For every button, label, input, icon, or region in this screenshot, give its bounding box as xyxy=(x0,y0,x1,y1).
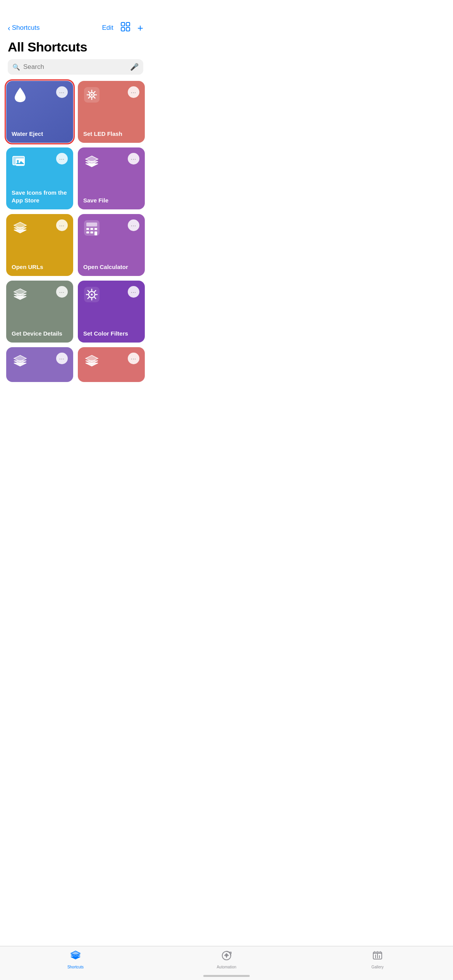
shortcuts-grid: ··· Water Eject xyxy=(0,81,151,388)
partial-left-more-button[interactable]: ··· xyxy=(56,353,68,364)
partial-right-more-button[interactable]: ··· xyxy=(128,353,139,364)
svg-marker-35 xyxy=(86,363,98,366)
svg-rect-22 xyxy=(91,231,93,233)
svg-rect-2 xyxy=(121,27,125,31)
save-file-more-button[interactable]: ··· xyxy=(128,153,139,164)
svg-rect-3 xyxy=(126,27,130,31)
card-top: ··· xyxy=(83,286,139,303)
save-file-label: Save File xyxy=(83,195,139,204)
svg-rect-19 xyxy=(91,228,93,230)
svg-point-29 xyxy=(91,294,93,296)
svg-rect-0 xyxy=(121,22,125,26)
status-bar xyxy=(0,0,151,19)
open-urls-icon xyxy=(12,219,29,236)
save-icons-label: Save Icons from the App Store xyxy=(12,187,68,204)
back-button[interactable]: ‹ Shortcuts xyxy=(8,24,39,33)
save-file-icon xyxy=(83,153,100,170)
shortcut-card-get-device[interactable]: ··· Get Device Details xyxy=(6,281,73,343)
card-top: ··· xyxy=(12,219,68,236)
chevron-left-icon: ‹ xyxy=(8,24,10,33)
shortcut-card-open-urls[interactable]: ··· Open URLs xyxy=(6,214,73,276)
card-top: ··· xyxy=(12,86,68,103)
svg-point-9 xyxy=(17,160,19,162)
save-icons-icon xyxy=(12,153,29,170)
add-button[interactable]: + xyxy=(137,23,143,33)
set-led-flash-label: Set LED Flash xyxy=(83,128,139,138)
card-top: ··· xyxy=(83,86,139,103)
search-icon: 🔍 xyxy=(12,63,20,71)
edit-button[interactable]: Edit xyxy=(102,24,113,32)
get-device-label: Get Device Details xyxy=(12,328,68,338)
card-top: ··· xyxy=(12,353,68,370)
nav-right-actions: Edit + xyxy=(102,22,143,34)
open-calculator-more-button[interactable]: ··· xyxy=(128,219,139,231)
shortcuts-content: ··· Water Eject xyxy=(0,81,151,427)
svg-rect-18 xyxy=(86,228,89,230)
partial-left-icon xyxy=(12,353,29,370)
nav-bar: ‹ Shortcuts Edit + xyxy=(0,19,151,36)
shortcut-card-save-icons[interactable]: ··· Save Icons from the App Store xyxy=(6,147,73,209)
shortcut-card-partial-left[interactable]: ··· xyxy=(6,347,73,382)
svg-marker-15 xyxy=(14,230,26,233)
get-device-icon xyxy=(12,286,29,303)
partial-right-icon xyxy=(83,353,100,370)
set-color-more-button[interactable]: ··· xyxy=(128,286,139,298)
get-device-more-button[interactable]: ··· xyxy=(56,286,68,298)
microphone-icon[interactable]: 🎤 xyxy=(130,63,139,71)
save-icons-more-button[interactable]: ··· xyxy=(56,153,68,164)
page-title: All Shortcuts xyxy=(0,36,151,59)
card-top: ··· xyxy=(12,286,68,303)
shortcut-card-water-eject[interactable]: ··· Water Eject xyxy=(6,81,73,143)
shortcut-card-set-led-flash[interactable]: ··· Set LED Flash xyxy=(78,81,145,143)
svg-rect-1 xyxy=(126,22,130,26)
open-calculator-icon xyxy=(83,219,100,236)
set-color-label: Set Color Filters xyxy=(83,328,139,338)
back-label: Shortcuts xyxy=(12,24,40,32)
svg-rect-20 xyxy=(94,228,97,230)
grid-icon xyxy=(120,22,130,32)
set-color-icon xyxy=(83,286,100,303)
grid-view-button[interactable] xyxy=(120,22,130,34)
search-bar[interactable]: 🔍 🎤 xyxy=(8,59,143,75)
card-top: ··· xyxy=(83,219,139,236)
search-input[interactable] xyxy=(23,63,127,71)
svg-rect-17 xyxy=(86,223,97,226)
water-eject-more-button[interactable]: ··· xyxy=(56,86,68,98)
set-led-flash-icon xyxy=(83,86,100,103)
water-eject-label: Water Eject xyxy=(12,128,68,138)
svg-marker-12 xyxy=(86,164,98,167)
card-top: ··· xyxy=(12,153,68,170)
open-urls-label: Open URLs xyxy=(12,262,68,271)
card-top: ··· xyxy=(83,353,139,370)
water-eject-icon xyxy=(12,86,29,103)
shortcut-card-save-file[interactable]: ··· Save File xyxy=(78,147,145,209)
shortcut-card-set-color[interactable]: ··· Set Color Filters xyxy=(78,281,145,343)
svg-marker-32 xyxy=(14,363,26,366)
svg-rect-23 xyxy=(94,231,97,235)
svg-point-6 xyxy=(91,94,93,96)
shortcut-card-open-calculator[interactable]: ··· Open Calculator xyxy=(78,214,145,276)
svg-marker-26 xyxy=(14,296,26,300)
card-top: ··· xyxy=(83,153,139,170)
open-calculator-label: Open Calculator xyxy=(83,262,139,271)
open-urls-more-button[interactable]: ··· xyxy=(56,219,68,231)
svg-rect-21 xyxy=(86,231,89,233)
set-led-flash-more-button[interactable]: ··· xyxy=(128,86,139,98)
shortcut-card-partial-right[interactable]: ··· xyxy=(78,347,145,382)
